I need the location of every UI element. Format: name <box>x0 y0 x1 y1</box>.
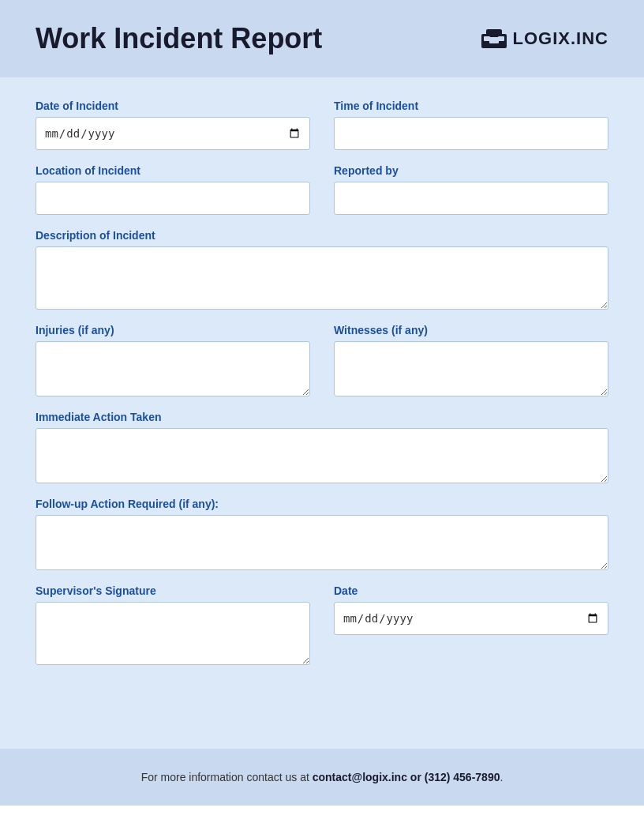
footer-contact: contact@logix.inc or (312) 456-7890 <box>313 771 500 783</box>
immediate-action-textarea[interactable] <box>36 428 608 483</box>
supervisor-signature-label: Supervisor's Signature <box>36 584 310 597</box>
witnesses-group: Witnesses (if any) <box>334 324 608 396</box>
page-title: Work Incident Report <box>36 22 322 55</box>
svg-rect-4 <box>498 36 504 41</box>
location-of-incident-label: Location of Incident <box>36 164 310 177</box>
description-of-incident-textarea[interactable] <box>36 246 608 310</box>
svg-rect-1 <box>486 29 502 37</box>
injuries-label: Injuries (if any) <box>36 324 310 336</box>
witnesses-label: Witnesses (if any) <box>334 324 608 336</box>
followup-action-group: Follow-up Action Required (if any): <box>36 498 608 570</box>
svg-rect-2 <box>489 37 499 43</box>
logo-area: LOGIX.INC <box>481 28 608 50</box>
location-of-incident-group: Location of Incident <box>36 164 310 215</box>
svg-rect-3 <box>484 36 490 41</box>
injuries-group: Injuries (if any) <box>36 324 310 396</box>
footer-text: For more information contact us at <box>141 771 313 783</box>
followup-action-textarea[interactable] <box>36 515 608 570</box>
date-input[interactable] <box>334 602 608 635</box>
row-followup-action: Follow-up Action Required (if any): <box>36 498 608 570</box>
description-of-incident-group: Description of Incident <box>36 229 608 310</box>
date-label: Date <box>334 584 608 597</box>
reported-by-label: Reported by <box>334 164 608 177</box>
date-group: Date <box>334 584 608 665</box>
row-signature-date: Supervisor's Signature Date <box>36 584 608 665</box>
followup-action-label: Follow-up Action Required (if any): <box>36 498 608 510</box>
row-location-reporter: Location of Incident Reported by <box>36 164 608 215</box>
immediate-action-label: Immediate Action Taken <box>36 411 608 423</box>
logo-text: LOGIX.INC <box>513 28 608 49</box>
date-of-incident-group: Date of Incident <box>36 100 310 150</box>
time-of-incident-input[interactable] <box>334 117 608 150</box>
date-of-incident-input[interactable] <box>36 117 310 150</box>
reported-by-input[interactable] <box>334 182 608 215</box>
row-immediate-action: Immediate Action Taken <box>36 411 608 483</box>
supervisor-signature-group: Supervisor's Signature <box>36 584 310 665</box>
reported-by-group: Reported by <box>334 164 608 215</box>
time-of-incident-label: Time of Incident <box>334 100 608 112</box>
header: Work Incident Report LOGIX.INC <box>0 0 644 77</box>
footer: For more information contact us at conta… <box>0 749 644 806</box>
location-of-incident-input[interactable] <box>36 182 310 215</box>
row-description: Description of Incident <box>36 229 608 310</box>
witnesses-textarea[interactable] <box>334 341 608 396</box>
supervisor-signature-textarea[interactable] <box>36 602 310 665</box>
description-of-incident-label: Description of Incident <box>36 229 608 242</box>
immediate-action-group: Immediate Action Taken <box>36 411 608 483</box>
main-content: Date of Incident Time of Incident Locati… <box>0 77 644 749</box>
row-injuries-witnesses: Injuries (if any) Witnesses (if any) <box>36 324 608 396</box>
row-date-time: Date of Incident Time of Incident <box>36 100 608 150</box>
time-of-incident-group: Time of Incident <box>334 100 608 150</box>
date-of-incident-label: Date of Incident <box>36 100 310 112</box>
injuries-textarea[interactable] <box>36 341 310 396</box>
footer-period: . <box>500 771 503 783</box>
logo-icon <box>481 28 507 50</box>
